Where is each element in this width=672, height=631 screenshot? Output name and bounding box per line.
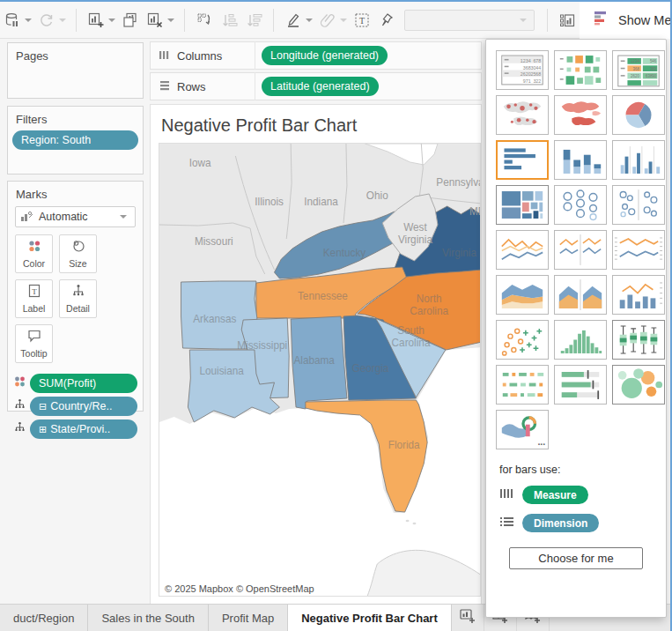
map-label: Pennsylvania [436,176,481,189]
label-button[interactable]: TLabel [15,279,53,318]
chevron-down-icon[interactable] [340,19,347,22]
showme-lines-continuous[interactable] [496,230,549,270]
data-source-pause-button[interactable] [2,9,23,32]
side-by-side-circles-icon [613,186,664,224]
shelf-pill[interactable]: Latitude (generated) [262,77,379,96]
tooltip-button[interactable]: Tooltip [15,324,53,363]
svg-text:...: ... [537,436,545,447]
showme-histogram[interactable] [554,320,607,360]
showme-scatter-plot[interactable] [496,320,549,360]
new-worksheet-tab-icon [459,608,476,627]
chevron-down-icon[interactable] [108,19,115,22]
sort-descending-button[interactable] [243,9,264,32]
showme-area-discrete[interactable] [554,275,607,315]
new-worksheet-tab-button[interactable] [452,605,484,631]
showme-packed-bubbles[interactable] [612,365,665,405]
detail-button[interactable]: Detail [59,279,97,318]
map-label: Louisiana [199,365,244,377]
refresh-button[interactable] [36,9,57,32]
size-button[interactable]: Size [59,234,97,273]
measure-pill: Measure [522,486,588,504]
paperclip-button[interactable] [317,9,338,32]
clear-sheet-button[interactable] [144,9,166,32]
chevron-down-icon[interactable] [306,19,313,22]
state-florida[interactable] [306,400,427,512]
fit-dropdown[interactable] [404,10,535,31]
showme-horizontal-bars[interactable] [496,140,549,180]
lines-discrete-icon [555,231,606,269]
map-label: Virginia [398,234,432,246]
sheet-tab[interactable]: Sales in the South [88,605,209,631]
highlight-table-icon [555,51,606,89]
showme-box-and-whisker[interactable] [612,320,665,360]
showme-gantt[interactable] [496,365,549,405]
pages-card[interactable]: Pages [7,42,144,99]
tooltip-icon [26,329,42,346]
mark-pill[interactable]: SUM(Profit) [30,374,137,393]
shelf-pill[interactable]: Longitude (generated) [262,46,388,65]
chevron-down-icon [120,215,127,219]
map-label: Tennessee [298,290,348,302]
choose-for-me-button[interactable]: Choose for me [509,547,643,569]
mark-pill[interactable]: ⊟Country/Re.. [30,397,137,416]
pin-button[interactable] [376,9,397,32]
new-worksheet-button[interactable] [85,9,107,32]
filter-pill[interactable]: Region: South [12,130,138,150]
showme-area-continuous[interactable] [496,275,549,315]
sheet-tab[interactable]: duct/Region [0,605,88,631]
showme-dual-lines[interactable] [612,230,665,270]
showme-pie-chart[interactable] [612,95,665,135]
showme-heat-map[interactable]: 1234546 368380 262063890 [612,50,665,90]
marks-card[interactable]: Marks Automatic ColorSizeTLabelDetailToo… [7,181,144,412]
refresh-icon [38,11,55,29]
map-label: Ohio [366,189,388,202]
duplicate-sheet-button[interactable] [120,9,141,32]
showme-treemap[interactable] [496,185,549,225]
area-discrete-icon [555,276,606,314]
showme-bullet-graph[interactable] [554,365,607,405]
sheet-tab-active[interactable]: Negative Profit Bar Chart [288,605,452,631]
chevron-down-icon[interactable] [167,19,174,22]
showme-side-by-side-bars[interactable] [612,140,665,180]
show-me-button[interactable]: Show Me [580,2,672,39]
svg-text:368: 368 [633,67,640,71]
showme-symbol-map[interactable] [496,95,549,135]
chevron-down-icon[interactable] [25,19,32,22]
map-view[interactable]: IowaMissouriIllinoisIndianaOhioPennsylva… [159,143,481,597]
size-icon [70,239,86,256]
svg-text:T: T [32,287,37,296]
highlight-button[interactable] [283,9,304,32]
pin-icon [378,11,395,29]
showme-dual-combination[interactable] [612,275,665,315]
svg-text:63890: 63890 [646,74,657,78]
heat-map-icon: 1234546 368380 262063890 [613,51,664,89]
showme-highlight-table[interactable] [554,50,607,90]
sort-ascending-button[interactable] [218,9,240,32]
mark-pill[interactable]: ⊞State/Provi.. [30,419,137,439]
expand-icon[interactable]: ⊞ [39,425,47,434]
text-label-button[interactable]: T [351,9,373,32]
showme-lines-discrete[interactable] [554,230,607,270]
collapse-icon[interactable]: ⊟ [39,402,47,412]
columns-shelf[interactable]: Columns Longitude (generated) [150,41,482,70]
filters-label: Filters [8,107,143,130]
show-me-panel: 1234678368304426202568971322 1234546 368… [485,39,667,618]
pie-chart-icon [613,96,664,134]
showme-circle-views[interactable] [554,185,607,225]
color-button[interactable]: Color [15,234,53,273]
rows-shelf[interactable]: Rows Latitude (generated) [150,72,482,100]
sheet-tab[interactable]: Profit Map [209,605,288,631]
showme-filled-map[interactable] [554,95,607,135]
filters-card[interactable]: Filters Region: South [7,106,144,174]
presentation-mode-button[interactable] [557,9,578,32]
swap-axes-button[interactable] [194,9,215,32]
showme-more-options[interactable]: ... [496,410,549,449]
chevron-down-icon[interactable] [59,19,66,22]
map-label: Iowa [189,157,211,169]
showme-side-by-side-circles[interactable] [612,185,665,225]
showme-stacked-bars[interactable] [554,140,607,180]
toolbar-separator [184,9,185,32]
showme-text-table[interactable]: 1234678368304426202568971322 [496,50,549,90]
mark-type-dropdown[interactable]: Automatic [15,206,136,227]
gantt-icon [497,366,548,404]
